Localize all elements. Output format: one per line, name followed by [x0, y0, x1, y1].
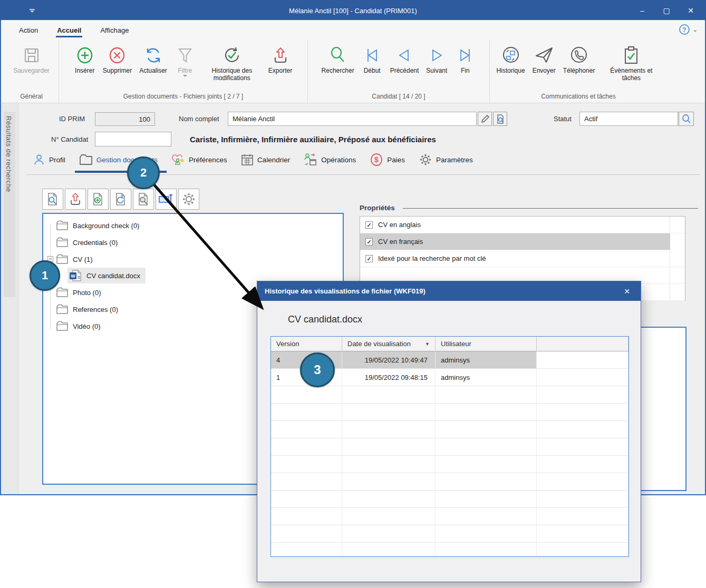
folder-icon — [56, 220, 69, 231]
last-record-button[interactable]: Fin — [451, 42, 479, 75]
gear-icon — [419, 153, 432, 166]
add-document-button[interactable] — [88, 189, 109, 210]
table-row-empty — [271, 473, 628, 491]
document-toolbar — [42, 189, 199, 210]
help-chevron-icon[interactable]: ⌄ — [693, 26, 698, 33]
tree-file-cv-candidat[interactable]: W CV candidat.docx — [67, 268, 146, 283]
upload-icon — [68, 192, 83, 207]
tree-folder-photo[interactable]: Photo (0) — [56, 285, 101, 300]
statut-field[interactable] — [579, 112, 678, 126]
selected-file-row: W CV candidat.docx — [67, 268, 146, 283]
next-record-button[interactable]: Suivant — [423, 42, 450, 75]
help-area: ? ⌄ — [679, 24, 698, 35]
search-button[interactable]: Rechercher — [318, 42, 357, 75]
ribbon-body: Sauvegarder Général — [1, 40, 705, 103]
checkbox-checked-icon[interactable]: ✓ — [365, 238, 373, 246]
nom-complet-field[interactable] — [228, 112, 477, 126]
phone-icon — [568, 44, 590, 67]
checkbox-checked-icon[interactable]: ✓ — [365, 221, 373, 229]
nom-complet-label: Nom complet — [179, 115, 219, 123]
search-icon — [327, 44, 349, 67]
edit-name-button[interactable] — [478, 112, 492, 126]
property-row-indexe[interactable]: ✓ Idexé pour la recherche par mot clé — [360, 250, 685, 267]
ribbon-group-label: Candidat [ 14 / 20 ] — [310, 92, 487, 103]
checkbox-checked-icon[interactable]: ✓ — [365, 255, 373, 262]
pencil-icon — [480, 114, 490, 124]
send-button[interactable]: Envoyer — [529, 42, 559, 75]
tree-folder-references[interactable]: References (0) — [56, 302, 118, 317]
history-table-header: Version Date de visualisation ▼ Utilisat… — [271, 337, 628, 351]
column-header-utilisateur[interactable]: Utilisateur — [436, 337, 537, 351]
column-header-empty — [537, 337, 628, 351]
dollar-icon: $ — [370, 153, 383, 166]
tree-folder-cv[interactable]: CV (1) — [56, 252, 93, 267]
send-icon — [533, 44, 555, 67]
tab-paies[interactable]: $ Paies — [370, 153, 405, 166]
ribbon-group-label: Communications et tâches — [492, 92, 665, 103]
no-candidat-field[interactable] — [95, 132, 171, 146]
job-titles-headline: Cariste, Infirmière, Infirmière auxiliai… — [190, 135, 436, 144]
column-header-version[interactable]: Version — [271, 337, 342, 351]
page: Mélanie Anctil [100] - Candidat (PRIM001… — [0, 0, 706, 588]
tree-folder-credentials[interactable]: Credentials (0) — [56, 235, 118, 250]
view-name-details-button[interactable] — [493, 112, 507, 126]
upload-document-button[interactable] — [65, 189, 86, 210]
dialog-close-button[interactable]: ✕ — [621, 286, 633, 297]
previous-record-button[interactable]: Précédent — [387, 42, 422, 75]
table-row-empty — [271, 491, 628, 508]
dialog-titlebar: Historique des visualisations de fichier… — [257, 281, 641, 301]
save-button[interactable]: Sauvegarder — [10, 42, 53, 75]
filter-dropdown-chevron-icon — [183, 75, 187, 77]
filter-button[interactable]: Filtre — [171, 42, 199, 78]
property-row-cv-francais[interactable]: ✓ CV en français — [360, 233, 670, 250]
callout-3: 3 — [300, 352, 335, 387]
column-header-date[interactable]: Date de visualisation ▼ — [342, 337, 436, 351]
tab-operations[interactable]: Opérations — [304, 153, 356, 166]
delete-button[interactable]: Supprimer — [100, 42, 135, 75]
maximize-button[interactable]: ▢ — [654, 0, 679, 21]
insert-button[interactable]: Insérer — [71, 42, 99, 75]
help-icon[interactable]: ? — [679, 24, 690, 35]
tree-folder-background-check[interactable]: Background check (0) — [56, 218, 139, 233]
table-row-empty — [271, 543, 628, 557]
properties-rule — [403, 208, 698, 209]
properties-title: Propriétés — [360, 204, 395, 212]
close-button[interactable]: ✕ — [679, 0, 703, 21]
tab-calendrier[interactable]: Calendrier — [241, 153, 290, 166]
heart-star-icon — [171, 153, 185, 166]
view-document-button[interactable] — [42, 189, 63, 210]
file-view-history-dialog: Historique des visualisations de fichier… — [257, 281, 641, 582]
first-record-button[interactable]: Début — [359, 42, 386, 75]
tree-folder-video[interactable]: Vidéo (0) — [56, 319, 101, 334]
previous-record-icon — [394, 44, 415, 67]
export-button[interactable]: Exporter — [265, 42, 295, 75]
refresh-button[interactable]: Actualiser — [136, 42, 170, 75]
statut-lookup-button[interactable] — [679, 112, 694, 126]
events-tasks-icon — [621, 44, 642, 67]
tab-parametres[interactable]: Paramètres — [419, 153, 473, 166]
events-tasks-button[interactable]: Évènements et tâches — [599, 42, 663, 83]
ribbon-tabs: Action Accueil Affichage ? ⌄ — [1, 20, 705, 40]
search-results-tab-label[interactable]: Résultats de recherche — [5, 116, 13, 192]
property-row-cv-anglais[interactable]: ✓ CV en anglais — [360, 217, 685, 233]
id-prim-field[interactable] — [95, 112, 155, 126]
document-magnifier-gray-icon — [136, 192, 151, 207]
document-history-button[interactable] — [110, 189, 131, 210]
statut-label: Statut — [554, 115, 572, 123]
rename-document-button[interactable] — [156, 189, 177, 210]
folder-icon — [56, 237, 69, 248]
document-settings-button[interactable] — [178, 189, 199, 210]
phone-button[interactable]: Téléphoner — [560, 42, 598, 75]
minimize-button[interactable]: – — [630, 0, 654, 21]
ribbon-tab-accueil[interactable]: Accueil — [50, 22, 89, 37]
export-icon — [270, 44, 291, 67]
preview-document-button[interactable] — [133, 189, 154, 210]
modification-history-button[interactable]: Historique des modifications — [200, 42, 264, 83]
ribbon-tab-action[interactable]: Action — [12, 22, 45, 37]
tab-preferences[interactable]: Préférences — [171, 153, 227, 166]
dialog-title: Historique des visualisations de fichier… — [265, 287, 621, 295]
filter-icon — [175, 44, 196, 67]
tab-profil[interactable]: Profil — [33, 153, 65, 166]
history-button[interactable]: Historique — [494, 42, 528, 75]
ribbon-tab-affichage[interactable]: Affichage — [93, 22, 136, 37]
